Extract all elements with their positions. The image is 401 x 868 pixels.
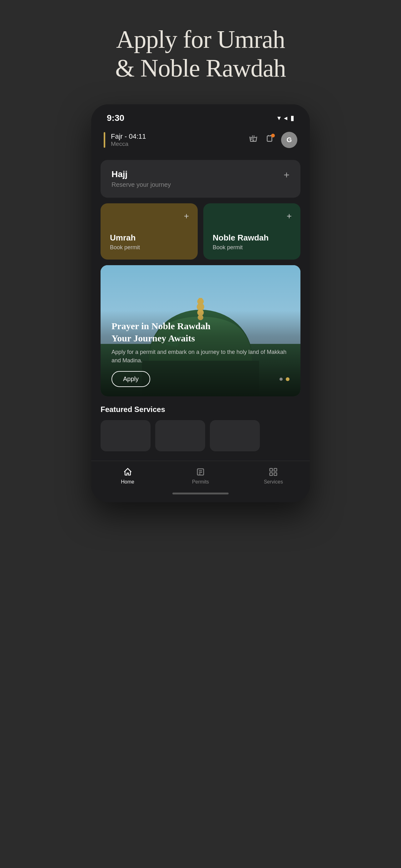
- rawdah-subtitle: Book permit: [213, 244, 291, 251]
- nav-item-services[interactable]: Services: [237, 467, 310, 485]
- translate-icon[interactable]: [249, 134, 258, 146]
- hajj-card[interactable]: Hajj Reserve your journey +: [100, 160, 301, 198]
- hajj-subtitle: Reserve your journey: [112, 181, 171, 188]
- battery-icon: ▮: [290, 114, 294, 122]
- hero-banner: Prayer in Noble RawdahYour Journey Await…: [100, 265, 301, 396]
- cards-row: + Umrah Book permit + Noble Rawdah Book …: [100, 203, 301, 259]
- rawdah-title: Noble Rawdah: [213, 233, 291, 243]
- dot-1: [279, 378, 283, 381]
- banner-description: Apply for a permit and embark on a journ…: [112, 348, 289, 365]
- umrah-plus-button[interactable]: +: [184, 211, 189, 221]
- nav-label-permits: Permits: [192, 479, 209, 485]
- home-bar: [173, 493, 228, 494]
- nav-label-services: Services: [264, 479, 283, 485]
- status-icons: ▾ ◂ ▮: [277, 114, 294, 122]
- prayer-info: Fajr - 04:11 Mecca: [104, 132, 146, 148]
- hajj-title: Hajj: [112, 169, 171, 179]
- avatar[interactable]: G: [281, 132, 297, 148]
- notification-icon[interactable]: [265, 134, 274, 146]
- svg-rect-19: [274, 473, 277, 476]
- nav-item-permits[interactable]: Permits: [164, 467, 237, 485]
- rawdah-plus-button[interactable]: +: [287, 211, 292, 221]
- umrah-subtitle: Book permit: [110, 244, 188, 251]
- status-time: 9:30: [107, 113, 124, 123]
- home-indicator: [91, 490, 310, 502]
- banner-title: Prayer in Noble RawdahYour Journey Await…: [112, 320, 289, 344]
- phone-mockup: 9:30 ▾ ◂ ▮ Fajr - 04:11 Mecca: [91, 104, 310, 502]
- nav-item-home[interactable]: Home: [91, 467, 164, 485]
- rawdah-card[interactable]: + Noble Rawdah Book permit: [203, 203, 301, 259]
- svg-rect-18: [270, 473, 273, 476]
- hero-title: Apply for Umrah & Noble Rawdah: [115, 25, 286, 83]
- status-bar: 9:30 ▾ ◂ ▮: [91, 104, 310, 126]
- notification-badge: [271, 134, 275, 137]
- carousel-dots: [279, 377, 289, 381]
- featured-section: Featured Services: [100, 402, 301, 455]
- nav-label-home: Home: [121, 479, 134, 485]
- apply-button[interactable]: Apply: [112, 371, 150, 387]
- hajj-card-content: Hajj Reserve your journey: [112, 169, 171, 188]
- prayer-name: Fajr - 04:11: [111, 132, 146, 141]
- rawdah-card-content: Noble Rawdah Book permit: [213, 233, 291, 251]
- dot-2: [286, 377, 289, 381]
- header-actions: G: [249, 132, 297, 148]
- umrah-title: Umrah: [110, 233, 188, 243]
- app-header: Fajr - 04:11 Mecca G: [91, 126, 310, 154]
- featured-card-2[interactable]: [155, 420, 205, 451]
- bottom-navigation: Home Permits Services: [91, 461, 310, 490]
- prayer-location: Mecca: [111, 141, 146, 148]
- services-icon: [269, 467, 278, 477]
- featured-cards-row: [100, 420, 301, 451]
- umrah-card-content: Umrah Book permit: [110, 233, 188, 251]
- prayer-text: Fajr - 04:11 Mecca: [111, 132, 146, 148]
- signal-icon: ◂: [284, 114, 287, 122]
- hajj-plus-button[interactable]: +: [284, 169, 289, 181]
- banner-overlay: Prayer in Noble RawdahYour Journey Await…: [100, 310, 301, 396]
- featured-services-title: Featured Services: [100, 405, 301, 414]
- umrah-card[interactable]: + Umrah Book permit: [100, 203, 198, 259]
- banner-footer: Apply: [112, 371, 289, 387]
- prayer-bar: [104, 132, 105, 148]
- featured-card-1[interactable]: [100, 420, 151, 451]
- app-content: Hajj Reserve your journey + + Umrah Book…: [91, 154, 310, 461]
- wifi-icon: ▾: [277, 114, 281, 122]
- svg-rect-16: [270, 468, 273, 471]
- svg-rect-17: [274, 468, 277, 471]
- home-icon: [123, 467, 132, 477]
- permits-icon: [196, 467, 205, 477]
- featured-card-3[interactable]: [210, 420, 260, 451]
